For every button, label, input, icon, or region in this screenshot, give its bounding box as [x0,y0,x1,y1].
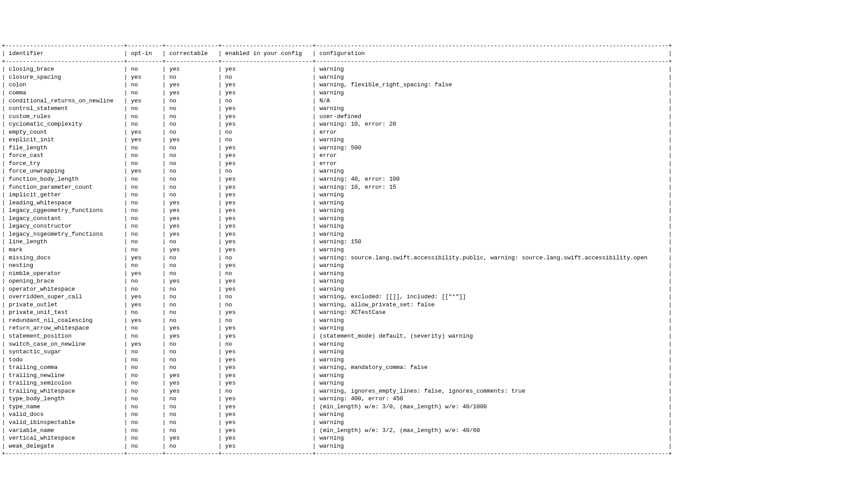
terminal-output: +----------------------------------+----… [0,39,859,461]
ascii-table: +----------------------------------+----… [2,42,672,457]
